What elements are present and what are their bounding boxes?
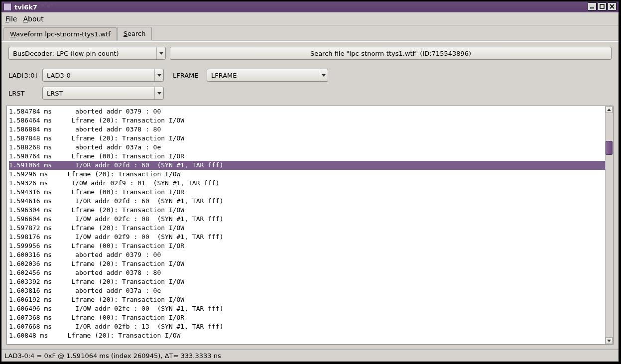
svg-rect-0 bbox=[590, 7, 594, 8]
list-item[interactable]: 1.594316 ms Lframe (00): Transaction I/O… bbox=[9, 188, 605, 197]
lad-combo-text: LAD3-0 bbox=[47, 72, 154, 79]
list-item[interactable]: 1.59296 ms Lframe (20): Transaction I/OW bbox=[9, 170, 605, 179]
statusbar: LAD3-0:4 = 0xF @ 1.591064 ms (index 2609… bbox=[1, 350, 619, 362]
lframe-label: LFRAME bbox=[173, 72, 202, 79]
list-item[interactable]: 1.591064 ms I/OR addr 02fd : 60 (SYN #1,… bbox=[9, 161, 605, 170]
decoder-combo[interactable]: BusDecoder: LPC (low pin count) bbox=[8, 47, 166, 60]
list-item[interactable]: 1.596304 ms Lframe (20): Transaction I/O… bbox=[9, 206, 605, 215]
scroll-up-button[interactable] bbox=[606, 106, 613, 113]
menubar: File About bbox=[1, 12, 619, 25]
chevron-down-icon bbox=[156, 47, 165, 59]
window-controls bbox=[588, 2, 617, 10]
list-item[interactable]: 1.606192 ms Lframe (20): Transaction I/O… bbox=[9, 295, 605, 304]
chevron-down-icon bbox=[319, 69, 328, 81]
results-panel: 1.584784 ms aborted addr 0379 : 001.5864… bbox=[6, 106, 614, 345]
sysmenu-icon[interactable] bbox=[3, 3, 11, 11]
close-button[interactable] bbox=[608, 2, 617, 10]
tab-waveform[interactable]: Waveform lpc-stnorm-ttys1.wtf bbox=[3, 27, 117, 40]
titlebar[interactable]: tvl6k7 bbox=[1, 1, 619, 12]
list-item[interactable]: 1.606496 ms I/OW addr 02fc : 00 (SYN #1,… bbox=[9, 304, 605, 313]
minimize-button[interactable] bbox=[588, 2, 597, 10]
list-item[interactable]: 1.602456 ms aborted addr 0378 : 80 bbox=[9, 268, 605, 277]
status-text: LAD3-0:4 = 0xF @ 1.591064 ms (index 2609… bbox=[4, 352, 221, 360]
list-item[interactable]: 1.607368 ms Lframe (00): Transaction I/O… bbox=[9, 313, 605, 322]
list-item[interactable]: 1.59326 ms I/OW addr 02f9 : 01 (SYN #1, … bbox=[9, 179, 605, 188]
list-item[interactable]: 1.602036 ms Lframe (20): Transaction I/O… bbox=[9, 259, 605, 268]
search-button[interactable]: Search file "lpc-stnorm-ttys1.wtf" (ID:7… bbox=[170, 47, 612, 60]
list-item[interactable]: 1.598176 ms I/OW addr 02f9 : 00 (SYN #1,… bbox=[9, 233, 605, 242]
list-item[interactable]: 1.586884 ms aborted addr 0378 : 80 bbox=[9, 125, 605, 134]
menu-file[interactable]: File bbox=[5, 15, 17, 23]
list-item[interactable]: 1.594616 ms I/OR addr 02fd : 60 (SYN #1,… bbox=[9, 197, 605, 206]
lframe-combo[interactable]: LFRAME bbox=[207, 69, 328, 82]
tab-bar: Waveform lpc-stnorm-ttys1.wtf Search bbox=[1, 25, 619, 40]
decoder-combo-text: BusDecoder: LPC (low pin count) bbox=[13, 50, 156, 57]
content-pane: BusDecoder: LPC (low pin count) Search f… bbox=[1, 41, 619, 349]
lad-label: LAD[3:0] bbox=[8, 72, 37, 79]
scrollbar-vertical[interactable] bbox=[605, 106, 613, 344]
list-item[interactable]: 1.588268 ms aborted addr 037a : 0e bbox=[9, 143, 605, 152]
list-item[interactable]: 1.597872 ms Lframe (20): Transaction I/O… bbox=[9, 224, 605, 233]
lad-combo[interactable]: LAD3-0 bbox=[42, 69, 164, 82]
svg-rect-1 bbox=[600, 4, 604, 8]
window-title: tvl6k7 bbox=[14, 3, 37, 11]
lrst-combo-text: LRST bbox=[47, 90, 154, 97]
lrst-combo[interactable]: LRST bbox=[42, 87, 164, 100]
menu-about[interactable]: About bbox=[23, 15, 43, 23]
list-item[interactable]: 1.587848 ms Lframe (20): Transaction I/O… bbox=[9, 134, 605, 143]
controls-area: BusDecoder: LPC (low pin count) Search f… bbox=[1, 42, 619, 103]
list-item[interactable]: 1.599956 ms Lframe (00): Transaction I/O… bbox=[9, 242, 605, 250]
tab-search[interactable]: Search bbox=[117, 27, 152, 40]
app-window: tvl6k7 File About Waveform lpc-stnorm-tt… bbox=[1, 1, 619, 362]
search-button-label: Search file "lpc-stnorm-ttys1.wtf" (ID:7… bbox=[310, 50, 471, 57]
titlebar-decoration bbox=[37, 2, 59, 9]
list-item[interactable]: 1.60848 ms Lframe (20): Transaction I/OW bbox=[9, 331, 605, 340]
list-item[interactable]: 1.603392 ms Lframe (20): Transaction I/O… bbox=[9, 277, 605, 286]
list-item[interactable]: 1.586464 ms Lframe (20): Transaction I/O… bbox=[9, 116, 605, 125]
scroll-thumb[interactable] bbox=[606, 141, 613, 155]
lrst-label: LRST bbox=[8, 90, 37, 97]
chevron-down-icon bbox=[154, 69, 163, 81]
list-item[interactable]: 1.600316 ms aborted addr 0379 : 00 bbox=[9, 250, 605, 259]
list-item[interactable]: 1.584784 ms aborted addr 0379 : 00 bbox=[9, 107, 605, 116]
list-item[interactable]: 1.596604 ms I/OW addr 02fc : 08 (SYN #1,… bbox=[9, 215, 605, 224]
list-item[interactable]: 1.603816 ms aborted addr 037a : 0e bbox=[9, 286, 605, 295]
list-item[interactable]: 1.607668 ms I/OR addr 02fb : 13 (SYN #1,… bbox=[9, 322, 605, 331]
list-item[interactable]: 1.590764 ms Lframe (00): Transaction I/O… bbox=[9, 152, 605, 161]
maximize-button[interactable] bbox=[598, 2, 607, 10]
scroll-down-button[interactable] bbox=[606, 337, 613, 344]
chevron-down-icon bbox=[154, 87, 163, 99]
results-list[interactable]: 1.584784 ms aborted addr 0379 : 001.5864… bbox=[7, 106, 605, 344]
lframe-combo-text: LFRAME bbox=[211, 72, 319, 79]
